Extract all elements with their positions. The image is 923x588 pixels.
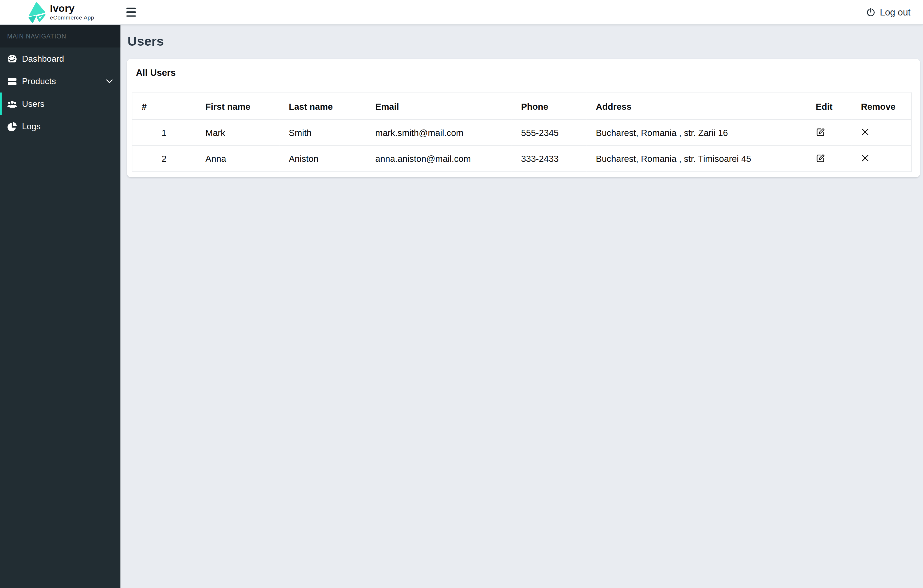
hamburger-icon bbox=[126, 8, 136, 9]
column-header-email: Email bbox=[366, 93, 512, 120]
sidebar-item-logs[interactable]: Logs bbox=[0, 115, 120, 138]
column-header-last-name: Last name bbox=[279, 93, 366, 120]
edit-pencil-square-icon bbox=[816, 128, 825, 136]
cell-email: anna.aniston@mail.com bbox=[366, 146, 512, 172]
sidebar-item-label: Users bbox=[22, 99, 44, 109]
table-row: 2 Anna Aniston anna.aniston@mail.com 333… bbox=[132, 146, 911, 172]
power-icon bbox=[866, 8, 876, 17]
sidebar-item-users[interactable]: Users bbox=[0, 92, 120, 115]
column-header-remove: Remove bbox=[851, 93, 912, 120]
brand-name: Ivory bbox=[50, 4, 94, 14]
all-users-card: All Users # First name Last name Email P… bbox=[127, 59, 920, 177]
sidebar: MAIN NAVIGATION Dashboard bbox=[0, 25, 120, 588]
page-title: Users bbox=[128, 34, 920, 49]
cell-last-name: Aniston bbox=[279, 146, 366, 172]
sidebar-item-dashboard[interactable]: Dashboard bbox=[0, 48, 120, 70]
sidebar-item-label: Products bbox=[22, 77, 56, 86]
card-title: All Users bbox=[132, 59, 912, 93]
cell-address: Bucharest, Romania , str. Timisoarei 45 bbox=[586, 146, 806, 172]
remove-user-button[interactable] bbox=[861, 128, 870, 136]
sidebar-toggle-button[interactable] bbox=[126, 4, 143, 20]
brand-tagline: eCommerce App bbox=[50, 15, 94, 21]
column-header-num: # bbox=[132, 93, 196, 120]
chevron-down-icon bbox=[106, 79, 113, 84]
cell-num: 2 bbox=[132, 146, 196, 172]
brand-text: Ivory eCommerce App bbox=[50, 4, 94, 21]
products-stack-icon bbox=[7, 76, 17, 86]
column-header-address: Address bbox=[586, 93, 806, 120]
sidebar-section-label: MAIN NAVIGATION bbox=[0, 25, 120, 47]
cell-num: 1 bbox=[132, 120, 196, 146]
remove-user-button[interactable] bbox=[861, 154, 870, 163]
speedometer-icon bbox=[7, 54, 17, 64]
brand[interactable]: Ivory eCommerce App bbox=[0, 0, 120, 25]
table-row: 1 Mark Smith mark.smith@mail.com 555-234… bbox=[132, 120, 911, 146]
cell-phone: 333-2433 bbox=[511, 146, 586, 172]
pie-chart-icon bbox=[7, 121, 17, 131]
logout-button[interactable]: Log out bbox=[866, 7, 910, 18]
main-content: Users All Users # First name Last name E… bbox=[120, 25, 923, 588]
sidebar-item-products[interactable]: Products bbox=[0, 70, 120, 92]
sidebar-item-label: Logs bbox=[22, 122, 41, 131]
top-bar: Ivory eCommerce App Log out bbox=[0, 0, 923, 25]
edit-pencil-square-icon bbox=[816, 154, 825, 163]
sidebar-item-label: Dashboard bbox=[22, 54, 64, 64]
cell-phone: 555-2345 bbox=[511, 120, 586, 146]
column-header-edit: Edit bbox=[806, 93, 851, 120]
users-group-icon bbox=[7, 99, 17, 109]
column-header-first-name: First name bbox=[196, 93, 279, 120]
cell-last-name: Smith bbox=[279, 120, 366, 146]
edit-user-button[interactable] bbox=[816, 153, 826, 163]
remove-x-icon bbox=[862, 128, 869, 136]
table-header-row: # First name Last name Email Phone Addre… bbox=[132, 93, 911, 120]
cell-first-name: Mark bbox=[196, 120, 279, 146]
app-window: Ivory eCommerce App Log out MAIN NAVIGAT… bbox=[0, 0, 923, 588]
column-header-phone: Phone bbox=[511, 93, 586, 120]
cell-email: mark.smith@mail.com bbox=[366, 120, 512, 146]
brand-logo-icon bbox=[26, 2, 46, 23]
users-table: # First name Last name Email Phone Addre… bbox=[132, 92, 912, 172]
cell-address: Bucharest, Romania , str. Zarii 16 bbox=[586, 120, 806, 146]
edit-user-button[interactable] bbox=[816, 127, 826, 137]
logout-label: Log out bbox=[880, 7, 910, 18]
cell-first-name: Anna bbox=[196, 146, 279, 172]
remove-x-icon bbox=[862, 154, 869, 162]
